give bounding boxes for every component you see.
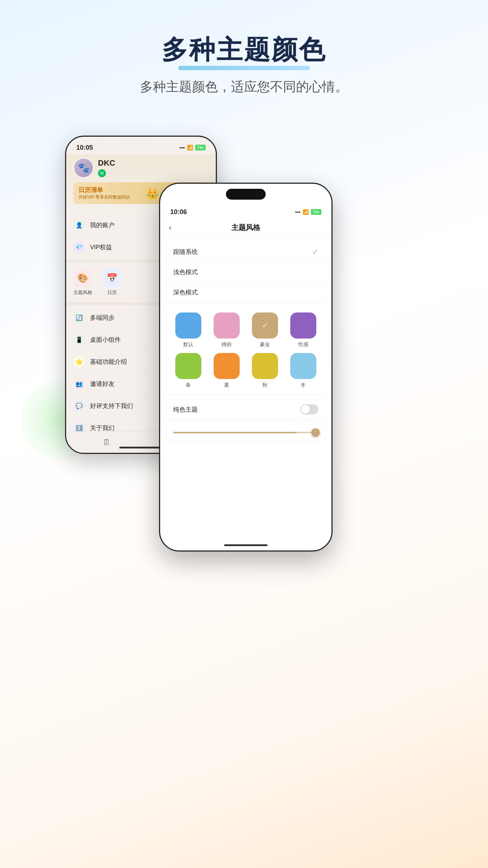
autumn-label: 秋 (262, 382, 267, 388)
vip-title: 日历清单 (78, 186, 130, 194)
menu-left: 👤 我的账户 (73, 219, 115, 231)
pure-color-toggle[interactable] (300, 404, 318, 414)
theme-icon: 🎨 (74, 269, 92, 287)
default-label: 默认 (183, 341, 193, 348)
default-swatch (175, 312, 201, 339)
quick-theme[interactable]: 🎨 主题风格 (73, 269, 92, 296)
vip-text: 日历清单 升级VIP·尊享实时数据同步 (78, 186, 130, 200)
front-status-bar: 10:06 ▪▪▪ 📶 74+ (160, 203, 331, 220)
summer-label: 夏 (224, 382, 229, 388)
sync-label: 多端同步 (90, 314, 115, 322)
username: DKC (98, 158, 115, 168)
light-mode-label: 浅色模式 (173, 268, 198, 276)
autumn-swatch (252, 353, 278, 379)
menu-left: ⭐ 基础功能介绍 (73, 356, 127, 367)
sexy-label: 性感 (298, 341, 308, 348)
signal-icon: ▪▪▪ (295, 209, 300, 215)
winter-label: 冬 (301, 382, 306, 388)
summer-swatch (214, 353, 240, 379)
peach-label: 桃粉 (222, 341, 232, 348)
system-mode-section: 跟随系统 ✓ 浅色模式 深色模式 (166, 242, 326, 302)
front-status-icons: ▪▪▪ 📶 74+ (295, 209, 321, 215)
pure-color-section: 纯色主题 (166, 399, 326, 420)
front-home-indicator (224, 544, 267, 546)
vip-subtitle: 升级VIP·尊享实时数据同步 (78, 194, 130, 200)
option-dark-mode[interactable]: 深色模式 (166, 282, 326, 302)
wifi-icon: 📶 (303, 209, 309, 215)
slider-section (166, 425, 326, 441)
invite-label: 邀请好友 (90, 380, 115, 388)
dynamic-island-wrapper (160, 184, 331, 203)
front-status-time: 10:06 (170, 208, 187, 216)
page-title: 多种主题颜色 (0, 33, 488, 67)
spring-swatch (175, 353, 201, 379)
color-winter[interactable]: 冬 (287, 353, 320, 388)
color-grid: 默认 桃粉 ✓ 豪金 性感 春 夏 (166, 307, 326, 394)
title-text: 多种主题颜色 (162, 33, 326, 67)
wifi-icon: 📶 (187, 145, 193, 150)
color-spring[interactable]: 春 (172, 353, 205, 388)
theme-label: 主题风格 (73, 289, 92, 296)
calendar-label: 日历 (107, 289, 117, 296)
invite-icon: 👥 (73, 378, 85, 390)
color-gold[interactable]: ✓ 豪金 (248, 312, 282, 348)
slider-fill (173, 432, 297, 433)
pure-color-label: 纯色主题 (173, 405, 198, 414)
gold-label: 豪金 (260, 341, 270, 348)
widget-icon: 📱 (73, 334, 85, 345)
menu-left: 🔄 多端同步 (73, 312, 115, 323)
battery-badge: 74+ (311, 209, 321, 215)
widget-label: 桌面小组件 (90, 336, 121, 344)
calendar-icon: 📅 (103, 269, 121, 287)
signal-icon: ▪▪▪ (179, 145, 185, 150)
bottom-icon-1[interactable]: 🗓 (103, 438, 111, 447)
menu-left: 💬 好评支持下我们 (73, 400, 133, 412)
account-icon: 👤 (73, 219, 85, 231)
header-section: 多种主题颜色 多种主题颜色，适应您不同的心情。 (0, 0, 488, 107)
menu-left: 📱 桌面小组件 (73, 334, 121, 345)
color-summer[interactable]: 夏 (210, 353, 243, 388)
peach-swatch (214, 312, 240, 339)
wechat-icon: W (98, 169, 106, 177)
slider-thumb[interactable] (311, 428, 320, 437)
dark-mode-label: 深色模式 (173, 288, 198, 297)
profile-info: DKC W (98, 158, 115, 177)
sync-icon: 🔄 (73, 312, 85, 323)
sexy-swatch (290, 312, 316, 339)
back-profile-row: 🐾 DKC W (73, 158, 209, 178)
account-label: 我的账户 (90, 221, 115, 229)
color-sexy[interactable]: 性感 (287, 312, 320, 348)
back-status-icons: ▪▪▪ 📶 74+ (179, 145, 206, 150)
follow-system-label: 跟随系统 (173, 248, 198, 256)
dynamic-island (226, 189, 266, 200)
menu-left: 💎 VIP权益 (73, 241, 112, 253)
battery-badge: 74+ (195, 145, 206, 150)
quick-calendar[interactable]: 📅 日历 (103, 269, 121, 296)
page-subtitle: 多种主题颜色，适应您不同的心情。 (0, 78, 488, 96)
menu-left: 👥 邀请好友 (73, 378, 115, 390)
color-default[interactable]: 默认 (172, 312, 205, 348)
slider-track (173, 432, 318, 433)
option-follow-system[interactable]: 跟随系统 ✓ (166, 242, 326, 262)
vip-label: VIP权益 (90, 243, 112, 251)
spring-label: 春 (186, 382, 191, 388)
rate-label: 好评支持下我们 (90, 402, 133, 410)
vip-icon: 💎 (73, 241, 85, 253)
option-light-mode[interactable]: 浅色模式 (166, 262, 326, 282)
back-status-bar: 10:05 ▪▪▪ 📶 74+ (66, 137, 216, 154)
winter-swatch (290, 353, 316, 379)
color-peach[interactable]: 桃粉 (210, 312, 243, 348)
back-status-time: 10:05 (76, 144, 93, 152)
back-button[interactable]: ‹ (169, 223, 171, 233)
rate-icon: 💬 (73, 400, 85, 412)
phones-container: 10:05 ▪▪▪ 📶 74+ 🐾 DKC W 日历 (0, 107, 488, 722)
crown-icon: 👑 (146, 187, 159, 200)
intro-label: 基础功能介绍 (90, 358, 127, 366)
front-title: 主题风格 (231, 223, 260, 233)
color-autumn[interactable]: 秋 (248, 353, 282, 388)
check-icon: ✓ (312, 247, 318, 256)
gold-swatch: ✓ (252, 312, 278, 339)
avatar: 🐾 (73, 158, 94, 178)
front-header: ‹ 主题风格 (160, 220, 331, 237)
phone-front: 10:06 ▪▪▪ 📶 74+ ‹ 主题风格 跟随系统 ✓ 浅色模式 深色模式 (159, 183, 333, 552)
